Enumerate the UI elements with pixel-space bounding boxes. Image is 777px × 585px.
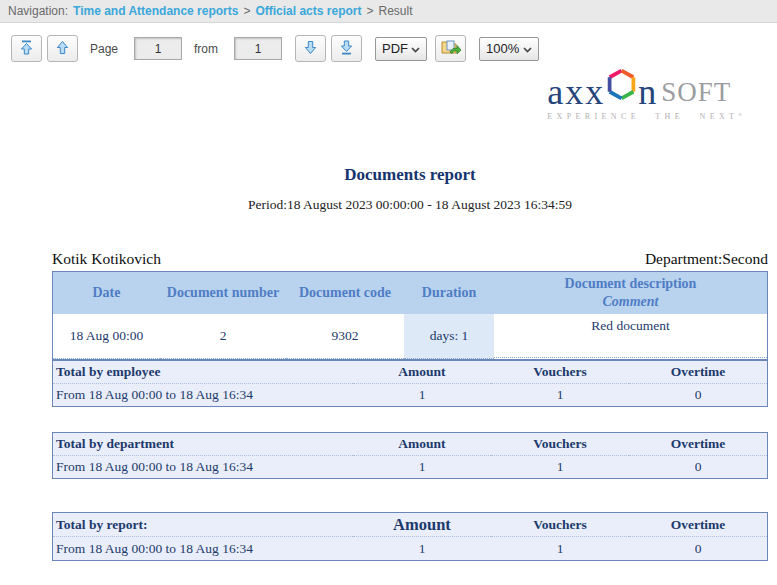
total-department-vouchers: 1 xyxy=(491,456,629,478)
vouchers-header: Vouchers xyxy=(491,513,629,537)
breadcrumb-separator: > xyxy=(243,4,250,18)
total-employee-overtime: 0 xyxy=(629,384,767,406)
overtime-header: Overtime xyxy=(629,513,767,537)
cell-doc-number: 2 xyxy=(160,314,286,359)
arrow-down-to-bar-icon xyxy=(340,40,353,58)
total-department-period: From 18 Aug 00:00 to 18 Aug 16:34 xyxy=(53,456,353,478)
zoom-value: 100% xyxy=(486,41,519,56)
cell-duration: days: 1 xyxy=(404,314,494,359)
column-header-duration: Duration xyxy=(404,272,494,314)
cell-date: 18 Aug 00:00 xyxy=(53,314,160,359)
overtime-header: Overtime xyxy=(629,433,767,456)
vouchers-header: Vouchers xyxy=(491,433,629,456)
chevron-down-icon xyxy=(411,41,420,56)
description-header-line: Document description xyxy=(565,275,697,293)
hexagon-logo-icon xyxy=(607,68,636,105)
total-report-amount: 1 xyxy=(353,537,491,560)
column-header-doc-number: Document number xyxy=(160,272,286,314)
column-header-description: Document description Comment xyxy=(494,272,767,314)
logo-tagline: EXPERIENCE THE NEXT° xyxy=(547,112,746,121)
breadcrumb-current: Result xyxy=(378,4,412,18)
total-employee-amount: 1 xyxy=(353,384,491,406)
page-label: Page xyxy=(90,42,118,56)
first-page-button[interactable] xyxy=(11,35,42,62)
comment-header-line: Comment xyxy=(602,293,658,311)
export-button[interactable] xyxy=(435,35,466,62)
export-folder-icon xyxy=(441,39,461,59)
logo-text-left: axx xyxy=(547,79,605,105)
export-format-select[interactable]: PDF xyxy=(375,37,427,61)
breadcrumb: Navigation: Time and Attendance reports … xyxy=(0,0,777,23)
breadcrumb-label: Navigation: xyxy=(8,4,68,18)
total-by-department-block: Total by department Amount Vouchers Over… xyxy=(52,432,768,479)
arrow-up-icon xyxy=(56,40,69,58)
total-employee-label: Total by employee xyxy=(53,361,353,384)
total-by-employee-block: Total by employee Amount Vouchers Overti… xyxy=(52,360,768,407)
vouchers-header: Vouchers xyxy=(491,361,629,384)
zoom-select[interactable]: 100% xyxy=(479,37,539,61)
total-department-amount: 1 xyxy=(353,456,491,478)
cell-description: Red document xyxy=(494,314,767,358)
column-header-date: Date xyxy=(53,272,160,314)
total-employee-vouchers: 1 xyxy=(491,384,629,406)
next-page-button[interactable] xyxy=(295,35,326,62)
logo-text-right: n xyxy=(638,79,658,105)
total-pages-input[interactable] xyxy=(234,37,282,60)
report-toolbar: Page from PDF xyxy=(0,35,777,62)
employee-name: Kotik Kotikovich xyxy=(52,250,161,268)
total-report-label: Total by report: xyxy=(53,513,353,537)
amount-header: Amount xyxy=(353,513,491,537)
total-report-vouchers: 1 xyxy=(491,537,629,560)
report-title: Documents report xyxy=(52,165,768,185)
department-label: Department:Second xyxy=(645,250,768,268)
overtime-header: Overtime xyxy=(629,361,767,384)
amount-header: Amount xyxy=(353,361,491,384)
breadcrumb-separator: > xyxy=(366,4,373,18)
arrow-down-icon xyxy=(304,40,317,58)
total-department-overtime: 0 xyxy=(629,456,767,478)
total-department-label: Total by department xyxy=(53,433,353,456)
total-employee-period: From 18 Aug 00:00 to 18 Aug 16:34 xyxy=(53,384,353,406)
total-report-overtime: 0 xyxy=(629,537,767,560)
current-page-input[interactable] xyxy=(134,37,182,60)
column-header-doc-code: Document code xyxy=(286,272,404,314)
report-page: axx n SOFT EXPERIENCE THE NEXT° Document… xyxy=(52,71,768,561)
report-period: Period:18 August 2023 00:00:00 - 18 Augu… xyxy=(52,197,768,213)
cell-doc-code: 9302 xyxy=(286,314,404,359)
previous-page-button[interactable] xyxy=(47,35,78,62)
last-page-button[interactable] xyxy=(331,35,362,62)
total-report-period: From 18 Aug 00:00 to 18 Aug 16:34 xyxy=(53,537,353,560)
axxonsoft-logo: axx n SOFT EXPERIENCE THE NEXT° xyxy=(547,71,746,121)
export-format-value: PDF xyxy=(382,41,408,56)
breadcrumb-link-official-acts[interactable]: Official acts report xyxy=(255,4,361,18)
breadcrumb-link-time-attendance[interactable]: Time and Attendance reports xyxy=(73,4,238,18)
logo-text-suffix: SOFT xyxy=(661,80,731,105)
documents-table: Date Document number Document code Durat… xyxy=(52,271,768,360)
amount-header: Amount xyxy=(353,433,491,456)
total-by-report-block: Total by report: Amount Vouchers Overtim… xyxy=(52,512,768,561)
from-label: from xyxy=(194,42,218,56)
arrow-up-to-bar-icon xyxy=(20,40,33,58)
chevron-down-icon xyxy=(523,41,532,56)
